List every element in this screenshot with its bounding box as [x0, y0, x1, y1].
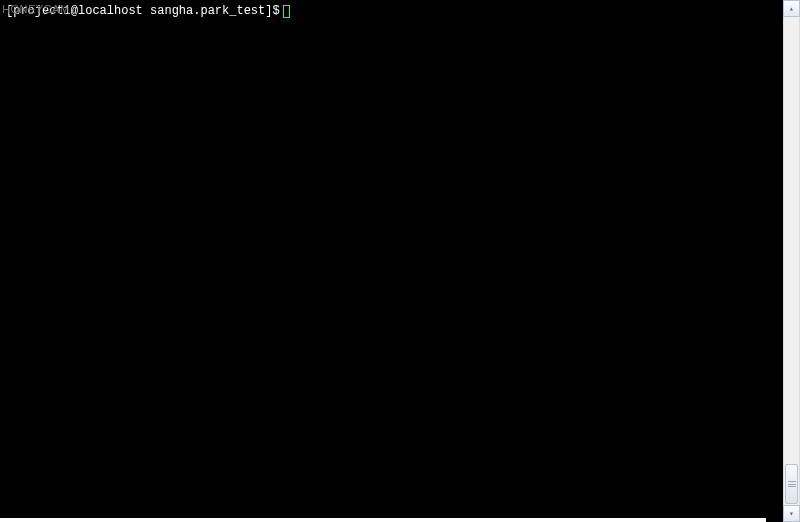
scroll-down-button[interactable]: ▾	[783, 505, 800, 522]
scrollbar-track[interactable]	[783, 17, 800, 505]
watermark-label: HONEYCAM	[2, 3, 70, 15]
scroll-up-button[interactable]: ▴	[783, 0, 800, 17]
chevron-down-icon: ▾	[789, 509, 794, 518]
chevron-up-icon: ▴	[789, 4, 794, 13]
thumb-grip-icon	[788, 481, 796, 487]
scrollbar-thumb[interactable]	[785, 464, 798, 504]
terminal-window: HONEYCAM [project1@localhost sangha.park…	[0, 0, 800, 522]
terminal-viewport[interactable]: HONEYCAM [project1@localhost sangha.park…	[0, 0, 783, 522]
cursor-icon	[283, 5, 290, 18]
vertical-scrollbar[interactable]: ▴ ▾	[783, 0, 800, 522]
bottom-edge	[0, 518, 766, 522]
